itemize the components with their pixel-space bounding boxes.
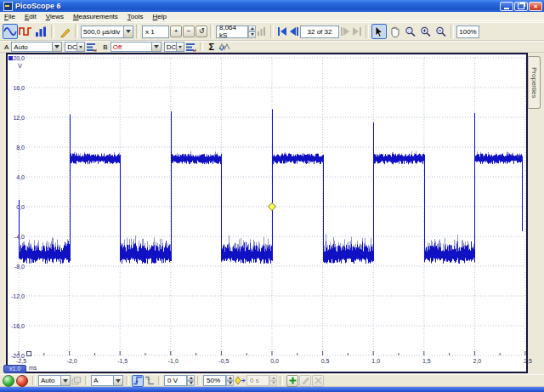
chevron-down-icon [123,26,133,37]
waveform-plot[interactable] [8,54,526,372]
edit-measurement-button[interactable] [299,375,311,387]
trigger-source-combo[interactable]: A [91,375,123,386]
samples-spinner[interactable] [248,26,256,38]
spinner-down-icon[interactable] [248,31,256,38]
restore-button[interactable] [514,2,528,11]
channel-a-coupling-combo[interactable]: DC [65,42,85,52]
x-zoom-in-button[interactable]: + [170,26,182,37]
previous-buffer-icon [289,27,299,36]
rising-edge-button[interactable] [132,375,144,387]
reference-waveforms-button[interactable] [218,41,231,53]
trigger-delay-box[interactable]: 0 s [246,375,269,386]
buffer-position-box[interactable]: 32 of 32 [300,26,339,38]
previous-buffer-button[interactable] [288,26,300,37]
spinner-down-icon[interactable] [226,381,234,387]
channel-b-options-button[interactable] [184,41,197,53]
scope-view-icon [3,26,17,37]
x-tick-label: 1,5 [414,358,439,364]
x-zoom-out-button[interactable]: − [183,26,195,37]
zoom-tool-button[interactable] [402,24,417,39]
channel-a-range-value: Auto [12,43,52,51]
first-buffer-button[interactable] [276,26,288,37]
spinner-down-icon[interactable] [187,381,195,387]
channel-a-options-button[interactable] [85,41,98,53]
chevron-down-icon [52,43,61,51]
timebase-combo[interactable]: 500,0 µs/div [81,26,133,38]
hand-tool-icon [389,26,400,37]
select-tool-icon [375,26,383,37]
properties-tab[interactable]: Properties [528,56,541,109]
buffer-overview-icon [257,27,267,36]
channel-b-range-combo[interactable]: Off [110,42,162,52]
scope-view[interactable]: 20,016,012,08,04,00,0-4,0-8,0-12,0-16,0-… [6,53,528,373]
menu-help[interactable]: Help [153,13,167,20]
scope-view-button[interactable] [3,24,18,39]
buffer-overview-button[interactable] [256,26,268,37]
rapid-capture-icon [71,377,82,385]
x-scale-badge[interactable]: x1.0 [3,365,26,373]
menu-file[interactable]: File [4,13,15,20]
x-multiplier-box[interactable]: x 1 [142,26,169,38]
minus-icon: − [187,28,191,35]
picoscope-window: PicoScope 6 × File Edit Views Measuremen… [0,0,544,392]
stop-button[interactable] [16,375,28,387]
trigger-marker[interactable] [269,203,276,211]
trigger-mode-value: Auto [39,376,60,385]
notes-icon [59,26,71,37]
rapid-capture-button[interactable] [71,375,82,387]
samples-box[interactable]: 8,064 kS [216,26,248,38]
channel-options-icon [185,43,196,52]
menu-bar: File Edit Views Measurements Tools Help [0,12,544,21]
zoom-out-icon [435,26,446,37]
start-button[interactable] [3,375,14,387]
menu-measurements[interactable]: Measurements [73,13,118,20]
select-tool-button[interactable] [371,24,387,39]
trigger-level-spinner[interactable] [187,375,195,386]
channel-b-coupling-combo[interactable]: DC [164,42,184,52]
x-tick-label: 0,0 [262,358,287,364]
close-button[interactable]: × [529,2,542,11]
menu-edit[interactable]: Edit [25,13,37,20]
trigger-level-box[interactable]: 0 V [164,375,187,386]
hand-tool-button[interactable] [387,24,402,39]
x-zoom-reset-button[interactable]: ↺ [196,26,207,37]
pre-trigger-value: 50% [207,377,220,384]
timebase-value: 500,0 µs/div [82,26,123,37]
menu-views[interactable]: Views [46,13,64,20]
title-bar: PicoScope 6 × [0,0,544,12]
minimize-button[interactable] [500,2,513,11]
zoom-level-box[interactable]: 100% [456,26,479,38]
chevron-down-icon [151,43,161,51]
next-buffer-button[interactable] [339,26,351,37]
trigger-delay-spinner[interactable] [269,375,277,386]
taskbar-strip [0,387,544,392]
x-tick-label: -2,5 [8,358,34,364]
zoom-in-button[interactable] [417,24,433,39]
rising-edge-icon [133,376,143,385]
reference-waveforms-icon [218,43,230,52]
chevron-down-icon [60,376,70,385]
zoom-out-button[interactable] [433,24,448,39]
add-measurement-button[interactable] [286,375,298,387]
x-tick-label: -1,0 [161,358,186,364]
trigger-mode-combo[interactable]: Auto [38,375,71,386]
math-channels-button[interactable]: Σ [206,41,218,53]
pre-trigger-spinner[interactable] [226,375,234,386]
menu-tools[interactable]: Tools [128,13,144,20]
falling-edge-button[interactable] [144,375,156,387]
channel-a-range-combo[interactable]: Auto [11,42,62,52]
pre-trigger-box[interactable]: 50% [203,375,226,386]
spectrum-view-button[interactable] [33,24,48,39]
spinner-up-icon[interactable] [248,26,256,32]
spinner-down-icon [269,381,277,387]
channels-toolbar: A Auto DC B Off DC Σ [0,41,544,53]
last-buffer-button[interactable] [351,26,363,37]
channel-a-label: A [4,43,8,51]
zoom-tool-icon [405,26,416,37]
trigger-marker-button[interactable] [234,375,246,387]
channel-a-trace [20,109,523,264]
persistence-view-button[interactable] [18,24,33,39]
axis-offset-handle[interactable] [26,351,31,356]
notes-button[interactable] [57,24,72,39]
delete-measurement-button[interactable] [312,375,324,387]
